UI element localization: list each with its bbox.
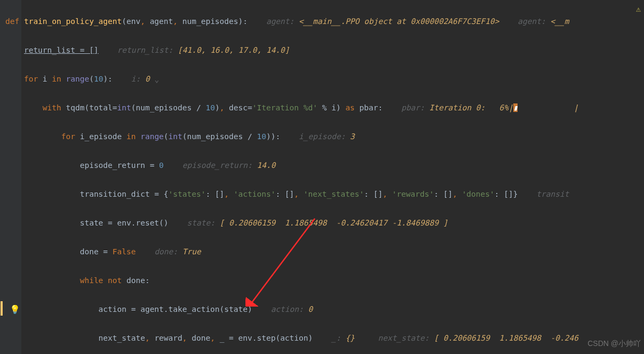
code-line[interactable]: for i in range(10): i: 0 ⌄ <box>5 72 644 86</box>
code-line[interactable]: next_state, reward, done, _ = env.step(a… <box>5 331 644 345</box>
execution-cursor <box>1 301 3 316</box>
underlined-expr: return_list = [] <box>24 46 99 54</box>
chevron-down-icon[interactable]: ⌄ <box>150 73 159 87</box>
code-line[interactable]: return_list = [] return_list: [41.0, 16.… <box>5 43 644 58</box>
keyword-def: def <box>5 17 24 26</box>
code-line[interactable]: action = agent.take_action(state) action… <box>5 302 644 317</box>
code-line[interactable]: def train_on_policy_agent(env, agent, nu… <box>5 14 644 29</box>
warning-icon[interactable]: ⚠ <box>636 2 641 17</box>
code-line[interactable]: state = env.reset() state: [ 0.20606159 … <box>5 216 644 230</box>
code-line[interactable]: with tqdm(total=int(num_episodes / 10), … <box>5 101 644 115</box>
code-line[interactable]: while not done: <box>5 273 644 288</box>
function-name: train_on_policy_agent <box>24 17 122 26</box>
code-line[interactable]: episode_return = 0 episode_return: 14.0 <box>5 158 644 173</box>
code-line[interactable]: transition_dict = {'states': [], 'action… <box>5 187 644 202</box>
watermark: CSDN @小帅吖 <box>587 336 641 351</box>
code-line[interactable]: done = False done: True <box>5 245 644 259</box>
code-line[interactable]: for i_episode in range(int(num_episodes … <box>5 130 644 144</box>
code-editor[interactable]: def train_on_policy_agent(env, agent, nu… <box>5 0 644 354</box>
intention-bulb-icon[interactable]: 💡 <box>10 302 20 317</box>
inline-hint: agent: <box>266 17 299 26</box>
